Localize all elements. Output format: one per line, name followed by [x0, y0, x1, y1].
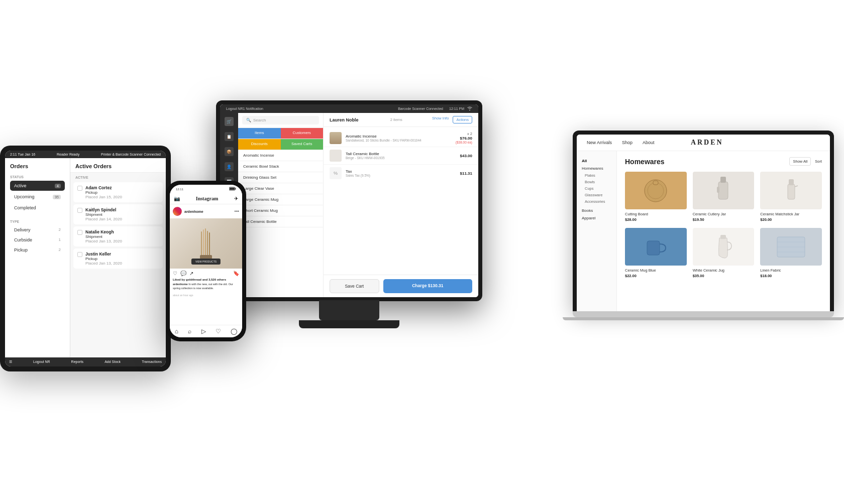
tab-saved-carts[interactable]: Saved Carts — [281, 139, 324, 150]
item-aromatic-incense[interactable]: Aromatic Incense — [238, 150, 323, 161]
type-pickup[interactable]: Pickup 2 — [10, 245, 65, 255]
order-checkbox-1[interactable] — [77, 208, 82, 213]
product-card-1[interactable]: Ceramic Cutlery Jar $19.50 — [693, 172, 755, 222]
cat-homewares[interactable]: Homewares — [582, 165, 611, 172]
order-item-0[interactable]: Adam Cortez Pickup Placed Jan 15, 2020 — [73, 182, 163, 202]
cart-item-1: Tall Ceramic Bottle Beige - SKU HMW-0019… — [324, 147, 478, 165]
nav-home-icon[interactable]: ⌂ — [175, 328, 178, 335]
status-completed[interactable]: Completed — [10, 203, 65, 213]
show-all-select[interactable]: Show All — [789, 157, 811, 166]
monitor-screen: Logout NR 1 Notification Barcode Scanner… — [220, 104, 478, 297]
cat-cups[interactable]: Cups — [582, 185, 611, 192]
ig-share-icon[interactable]: ↗ — [189, 271, 193, 276]
ig-time-ago: about an hour ago — [170, 293, 242, 298]
cat-plates[interactable]: Plates — [582, 172, 611, 179]
nav-search-icon[interactable]: ⌕ — [188, 328, 191, 335]
cart-item-price-col-1: $43.00 — [460, 154, 472, 158]
show-info-link[interactable]: Show Info — [432, 116, 449, 123]
item-short-ceramic-mug[interactable]: Short Ceramic Mug — [238, 205, 323, 216]
bottom-menu-icon[interactable]: ☰ — [9, 360, 12, 364]
monitor-main: 🛒 📋 📦 👤 📊 🔍 Search — [220, 113, 478, 297]
cat-books[interactable]: Books — [582, 207, 611, 214]
order-date-2: Placed Jan 13, 2020 — [85, 239, 159, 243]
actions-btn[interactable]: Actions — [453, 116, 472, 123]
cat-apparel[interactable]: Apparel — [582, 214, 611, 222]
product-name-4: White Ceramic Jug — [693, 268, 755, 273]
cart-item-thumb-1 — [330, 150, 342, 162]
cat-bowls[interactable]: Bowls — [582, 179, 611, 185]
product-card-2[interactable]: Ceramic Matchstick Jar $20.00 — [760, 172, 822, 222]
order-checkbox-2[interactable] — [77, 230, 82, 235]
bottom-add-stock[interactable]: Add Stock — [104, 360, 121, 364]
tab-customers[interactable]: Customers — [281, 128, 324, 139]
ig-view-products-btn[interactable]: VIEW PRODUCTS — [191, 259, 221, 265]
item-tall-ceramic-bottle[interactable]: Tall Ceramic Bottle — [238, 216, 323, 227]
bottom-logout[interactable]: Logout NR — [33, 360, 50, 364]
item-large-ceramic-mug[interactable]: Large Ceramic Mug — [238, 194, 323, 205]
svg-rect-12 — [718, 182, 728, 199]
item-drinking-glass-set[interactable]: Drinking Glass Set — [238, 172, 323, 183]
save-cart-button[interactable]: Save Cart — [330, 279, 379, 293]
tab-discounts[interactable]: Discounts — [238, 139, 281, 150]
sort-button[interactable]: Sort — [815, 159, 822, 164]
product-card-0[interactable]: Cutting Board $28.00 — [625, 172, 687, 222]
laptop-screen: New Arrivals Shop About ARDEN All Homewa… — [577, 135, 830, 311]
status-upcoming[interactable]: Upcoming 95 — [10, 192, 65, 202]
order-item-3[interactable]: Justin Keller Pickup Placed Jan 13, 2020 — [73, 248, 163, 269]
sidebar-products-icon[interactable]: 📦 — [225, 147, 234, 156]
nav-link-about[interactable]: About — [643, 140, 655, 145]
ig-bookmark-icon[interactable]: 🔖 — [233, 271, 239, 276]
laptop-device: New Arrivals Shop About ARDEN All Homewa… — [573, 131, 834, 320]
laptop-main: All Homewares Plates Bowls Cups Glasswar… — [577, 151, 830, 311]
order-checkbox-3[interactable] — [77, 252, 82, 257]
sidebar-customers-icon[interactable]: 👤 — [225, 162, 234, 171]
sidebar-cart-icon[interactable]: 🛒 — [225, 117, 234, 126]
charge-button[interactable]: Charge $130.31 — [383, 279, 472, 293]
cart-footer: Save Cart Charge $130.31 — [324, 275, 478, 297]
ig-more-icon[interactable]: ••• — [235, 209, 239, 214]
cat-glassware[interactable]: Glassware — [582, 192, 611, 198]
type-pickup-label: Pickup — [14, 247, 28, 253]
item-ceramic-bowl-stack[interactable]: Ceramic Bowl Stack — [238, 161, 323, 172]
customer-name: Lauren Noble — [330, 117, 359, 122]
product-card-4[interactable]: White Ceramic Jug $35.00 — [693, 228, 755, 278]
nav-profile-icon[interactable]: ◯ — [231, 328, 237, 335]
svg-rect-19 — [720, 235, 726, 239]
type-section: TYPE Delivery 2 Curbside 1 Pickup 2 — [5, 217, 70, 259]
nav-reels-icon[interactable]: ▷ — [201, 328, 206, 335]
tab-items[interactable]: Items — [238, 128, 281, 139]
product-price-0: $28.00 — [625, 217, 687, 222]
status-active[interactable]: Active 4 — [10, 181, 65, 191]
order-checkbox-0[interactable] — [77, 186, 82, 191]
ig-username[interactable]: ardenhome — [184, 210, 203, 213]
nav-link-shop[interactable]: Shop — [622, 140, 632, 145]
product-name-2: Ceramic Matchstick Jar — [760, 212, 822, 216]
product-card-3[interactable]: Ceramic Mug Blue $22.00 — [625, 228, 687, 278]
item-large-clear-vase[interactable]: Large Clear Vase — [238, 183, 323, 194]
order-item-2[interactable]: Natalie Keogh Shipment Placed Jan 13, 20… — [73, 226, 163, 246]
nav-heart-icon[interactable]: ♡ — [216, 328, 221, 335]
bottom-reports[interactable]: Reports — [71, 360, 84, 364]
type-curbside[interactable]: Curbside 1 — [10, 235, 65, 244]
nav-link-new-arrivals[interactable]: New Arrivals — [587, 140, 612, 145]
items-tabs: Items Customers — [238, 128, 323, 139]
order-item-1[interactable]: Kaitlyn Spindel Shipment Placed Jan 14, … — [73, 204, 163, 224]
product-price-1: $19.50 — [693, 217, 755, 222]
status-upcoming-label: Upcoming — [14, 194, 35, 199]
product-card-5[interactable]: Linen Fabric $18.00 — [760, 228, 822, 278]
search-box[interactable]: 🔍 Search — [242, 116, 319, 124]
svg-rect-5 — [203, 229, 204, 256]
scene: 2:11 Tue Jan 16 Reader Ready Printer & B… — [0, 0, 844, 504]
bottom-transactions[interactable]: Transactions — [142, 360, 162, 364]
type-delivery[interactable]: Delivery 2 — [10, 225, 65, 234]
status-section: STATUS Active 4 Upcoming 95 Completed — [5, 172, 70, 217]
monitor-items-panel: 🔍 Search Items Customers Discounts Saved… — [238, 113, 324, 297]
sidebar-orders-icon[interactable]: 📋 — [225, 132, 234, 141]
cat-accessories[interactable]: Accessories — [582, 198, 611, 205]
ig-caption-username[interactable]: ardenhome — [173, 283, 188, 286]
monitor-logout[interactable]: Logout NR — [226, 107, 243, 110]
cat-all[interactable]: All — [582, 157, 611, 165]
product-image-0 — [625, 172, 687, 209]
ig-comment-icon[interactable]: 💬 — [180, 271, 186, 276]
ig-heart-icon[interactable]: ♡ — [173, 271, 177, 276]
